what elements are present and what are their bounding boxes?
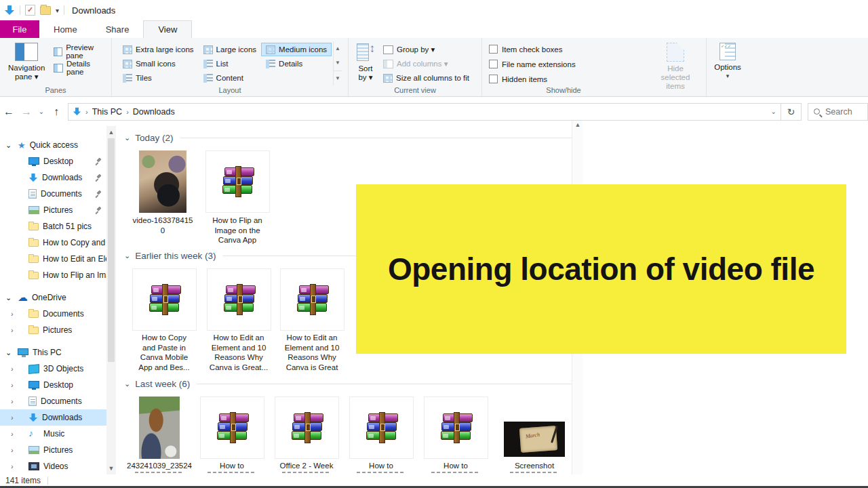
tab-view[interactable]: View bbox=[143, 20, 192, 38]
checkbox-icon[interactable] bbox=[489, 45, 498, 54]
chevron-down-icon[interactable]: ⌄ bbox=[124, 251, 130, 260]
sidebar-item-downloads-pinned[interactable]: Downloads bbox=[0, 169, 106, 186]
address-box[interactable]: › This PC › Downloads ⌄ bbox=[68, 103, 781, 121]
tab-home[interactable]: Home bbox=[39, 20, 92, 38]
file-how-to-rar-2[interactable] bbox=[349, 396, 414, 459]
up-button[interactable]: ↑ bbox=[47, 106, 65, 118]
options-caret-icon: ▾ bbox=[726, 72, 730, 81]
divider bbox=[47, 476, 48, 485]
layout-small-icons[interactable]: Small icons bbox=[118, 57, 199, 70]
tab-share[interactable]: Share bbox=[92, 20, 144, 38]
sidebar-pc-3d-objects[interactable]: › 3D Objects bbox=[0, 361, 106, 377]
sidebar-onedrive[interactable]: ⌄ ☁ OneDrive bbox=[0, 289, 106, 306]
sidebar-this-pc[interactable]: ⌄ This PC bbox=[0, 344, 106, 361]
sidebar-onedrive-documents[interactable]: › Documents bbox=[0, 306, 106, 322]
layout-details[interactable]: Details bbox=[261, 57, 332, 70]
chevron-down-icon[interactable]: ⌄ bbox=[5, 293, 12, 302]
chevron-down-icon[interactable]: ⌄ bbox=[5, 141, 12, 150]
details-pane-button[interactable]: Details pane bbox=[52, 61, 107, 75]
scroll-up-icon[interactable]: ▲ bbox=[106, 127, 116, 137]
layout-extra-large-icons[interactable]: Extra large icons bbox=[118, 43, 199, 56]
navigation-pane-button[interactable]: Navigation pane ▾ bbox=[4, 41, 49, 86]
address-dropdown-icon[interactable]: ⌄ bbox=[771, 108, 776, 115]
file-name-extensions-checkbox[interactable]: File name extensions bbox=[489, 57, 576, 71]
size-columns-icon bbox=[383, 74, 393, 83]
chevron-right-icon[interactable]: › bbox=[11, 326, 18, 334]
chevron-down-icon[interactable]: ⌄ bbox=[124, 134, 130, 142]
scrollbar-thumb[interactable] bbox=[108, 138, 115, 362]
sidebar-item-how-to-flip[interactable]: How to Flip an Imag bbox=[0, 267, 106, 283]
chevron-right-icon[interactable]: › bbox=[11, 381, 18, 389]
chevron-right-icon[interactable]: › bbox=[11, 462, 18, 470]
sidebar-item-documents-pinned[interactable]: Documents bbox=[0, 186, 106, 202]
group-header-last-week[interactable]: ⌄ Last week (6) bbox=[124, 379, 572, 389]
layout-gallery-scrollbar[interactable]: ▲ ▼ ▼ bbox=[333, 41, 342, 85]
item-check-boxes-checkbox[interactable]: Item check boxes bbox=[489, 42, 576, 56]
file-how-to-edit-rar-2[interactable] bbox=[280, 268, 344, 331]
options-button[interactable]: Options ▾ bbox=[710, 41, 745, 96]
sidebar-onedrive-pictures[interactable]: › Pictures bbox=[0, 322, 106, 338]
sidebar-item-pictures-pinned[interactable]: Pictures bbox=[0, 202, 106, 218]
file-how-to-flip-rar[interactable] bbox=[205, 150, 270, 213]
chevron-right-icon[interactable]: › bbox=[11, 430, 18, 438]
file-screenshot[interactable] bbox=[504, 422, 565, 457]
size-all-columns-button[interactable]: Size all columns to fit bbox=[381, 71, 471, 85]
file-video-1633784150[interactable] bbox=[139, 150, 186, 213]
search-input[interactable]: Search bbox=[808, 103, 868, 121]
gallery-scroll-up-icon[interactable]: ▲ bbox=[334, 41, 342, 56]
checkbox-icon[interactable] bbox=[489, 60, 498, 68]
file-photo-243241039[interactable] bbox=[139, 396, 180, 459]
pictures-icon bbox=[28, 446, 39, 454]
file-how-to-copy-rar[interactable] bbox=[132, 268, 197, 331]
chevron-right-icon[interactable]: › bbox=[11, 446, 18, 454]
sidebar-quick-access[interactable]: ⌄ ★ Quick access bbox=[0, 137, 106, 153]
layout-large-icons[interactable]: Large icons bbox=[199, 43, 261, 56]
sidebar-item-how-to-edit[interactable]: How to Edit an Elem bbox=[0, 251, 106, 267]
file-how-to-rar-1[interactable] bbox=[200, 396, 264, 459]
properties-icon[interactable] bbox=[25, 5, 35, 16]
group-by-button[interactable]: Group by ▾ bbox=[381, 43, 471, 56]
breadcrumb-downloads[interactable]: Downloads bbox=[133, 107, 175, 117]
preview-pane-button[interactable]: Preview pane bbox=[52, 45, 107, 58]
sidebar-pc-pictures[interactable]: › Pictures bbox=[0, 442, 106, 458]
hidden-items-checkbox[interactable]: Hidden items bbox=[489, 72, 576, 86]
new-folder-icon[interactable] bbox=[40, 6, 51, 15]
status-bar: 141 items bbox=[0, 474, 868, 486]
chevron-down-icon[interactable]: ⌄ bbox=[5, 348, 12, 357]
layout-list[interactable]: List bbox=[199, 57, 261, 70]
chevron-right-icon[interactable]: › bbox=[11, 413, 18, 422]
sidebar-pc-downloads[interactable]: › Downloads bbox=[0, 409, 106, 426]
sidebar-pc-desktop[interactable]: › Desktop bbox=[0, 377, 106, 393]
recent-locations-dropdown-icon[interactable]: ⌄ bbox=[35, 108, 47, 115]
sidebar-scrollbar[interactable]: ▲ ▼ bbox=[106, 126, 116, 474]
chevron-right-icon[interactable]: › bbox=[11, 365, 18, 373]
qat-customize-dropdown-icon[interactable]: ▾ bbox=[56, 7, 59, 14]
gallery-scroll-down-icon[interactable]: ▼ bbox=[334, 56, 342, 70]
tab-file[interactable]: File bbox=[0, 20, 39, 38]
sidebar-pc-videos[interactable]: › Videos bbox=[0, 458, 106, 474]
scroll-up-icon[interactable]: ▲ bbox=[572, 121, 583, 130]
sidebar-pc-music[interactable]: › ♪ Music bbox=[0, 426, 106, 442]
layout-medium-icons[interactable]: Medium icons bbox=[261, 43, 332, 56]
sidebar-pc-documents[interactable]: › Documents bbox=[0, 393, 106, 409]
file-how-to-rar-3[interactable] bbox=[424, 396, 488, 459]
chevron-down-icon[interactable]: ⌄ bbox=[124, 380, 130, 388]
layout-content[interactable]: Content bbox=[199, 71, 261, 85]
sidebar-item-batch-51-pics[interactable]: Batch 51 pics bbox=[0, 218, 106, 235]
sort-by-button[interactable]: Sort by ▾ bbox=[353, 41, 378, 86]
file-office-2-week-rar[interactable] bbox=[275, 396, 339, 459]
gallery-more-icon[interactable]: ▼ bbox=[334, 70, 342, 85]
group-header-today[interactable]: ⌄ Today (2) bbox=[124, 133, 572, 143]
scroll-down-icon[interactable]: ▼ bbox=[106, 464, 116, 473]
checkbox-icon[interactable] bbox=[489, 75, 498, 83]
layout-tiles[interactable]: Tiles bbox=[118, 71, 199, 85]
file-how-to-edit-rar-1[interactable] bbox=[207, 268, 271, 331]
chevron-right-icon[interactable]: › bbox=[11, 310, 18, 318]
sidebar-item-desktop[interactable]: Desktop bbox=[0, 153, 106, 169]
group-by-icon bbox=[383, 45, 393, 54]
back-button[interactable]: ← bbox=[0, 106, 18, 118]
breadcrumb-this-pc[interactable]: This PC bbox=[92, 107, 122, 117]
sidebar-item-how-to-copy[interactable]: How to Copy and Pa bbox=[0, 235, 106, 251]
chevron-right-icon[interactable]: › bbox=[11, 397, 18, 405]
refresh-button[interactable]: ↻ bbox=[781, 103, 802, 121]
